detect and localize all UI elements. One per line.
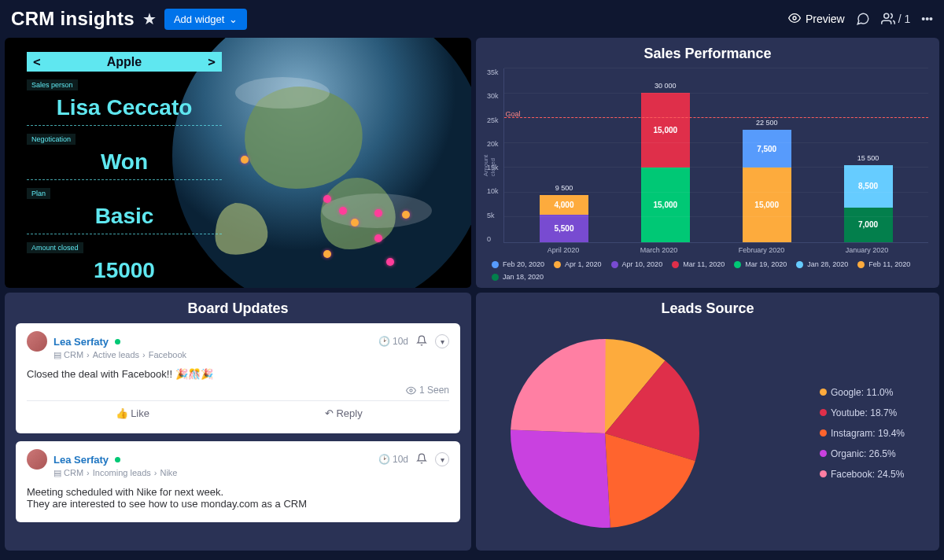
svg-point-3: [235, 77, 330, 109]
info-field-label: Plan: [27, 188, 50, 199]
bar-segment: 7,500: [743, 130, 791, 168]
update-author[interactable]: Lea Serfaty: [53, 454, 109, 466]
map-pin-icon: [402, 211, 410, 219]
map-pin-icon: [323, 195, 331, 203]
y-axis-label: Amount closed: [482, 149, 496, 177]
leads-source-widget: Leads Source Google: 11.0%Youtube: 18.7%…: [476, 293, 939, 551]
add-widget-label: Add widget: [174, 13, 224, 25]
sales-chart-title: Sales Performance: [487, 46, 928, 62]
update-card: Lea Serfaty🕑 10d▾▤ CRM›Active leads›Face…: [16, 323, 460, 433]
bar-column: 5,5004,0009 500: [540, 195, 588, 242]
chevron-down-icon: ⌄: [229, 13, 238, 25]
legend-item: Jan 28, 2020: [796, 260, 848, 268]
goal-label: Goal: [506, 110, 521, 118]
seen-count: 1 Seen: [27, 385, 449, 396]
legend-item: Mar 11, 2020: [672, 260, 725, 268]
svg-point-1: [883, 13, 888, 18]
map-pin-icon: [339, 207, 347, 215]
info-field-value: 15000: [27, 253, 222, 288]
legend-item: Mar 19, 2020: [734, 260, 787, 268]
x-tick: February 2020: [739, 246, 785, 254]
bar-total-label: 30 000: [655, 82, 677, 90]
info-field-label: Amount closed: [27, 242, 83, 253]
bar-segment: 7,000: [844, 208, 893, 242]
people-count[interactable]: / 1: [881, 12, 911, 26]
pie-slice: [511, 339, 606, 433]
reply-button[interactable]: ↶ Reply: [238, 401, 450, 426]
leads-pie-chart: [503, 331, 707, 536]
online-status-icon: [115, 457, 120, 462]
y-tick: 20k: [487, 140, 499, 148]
bar-segment: 4,000: [540, 195, 588, 215]
update-age: 🕑 10d: [378, 454, 408, 465]
globe-widget: < Apple > Sales personLisa CeccatoNegoti…: [5, 38, 471, 288]
record-name: Apple: [107, 55, 142, 69]
legend-item: Feb 20, 2020: [492, 260, 544, 268]
bell-icon[interactable]: [416, 453, 427, 466]
info-field-label: Negotication: [27, 134, 76, 145]
legend-item: Organic: 26.5%: [820, 448, 905, 459]
legend-item: Youtube: 18.7%: [820, 407, 905, 418]
legend-item: Apr 10, 2020: [611, 260, 663, 268]
more-menu-icon[interactable]: •••: [921, 13, 933, 25]
chat-icon[interactable]: [856, 12, 870, 26]
pie-slice: [511, 429, 610, 528]
x-tick: January 2020: [846, 246, 889, 254]
update-menu-button[interactable]: ▾: [435, 452, 449, 466]
avatar[interactable]: [27, 331, 47, 352]
bar-total-label: 15 500: [857, 154, 879, 162]
preview-label: Preview: [806, 13, 845, 25]
bar-segment: 5,500: [540, 215, 588, 242]
bell-icon[interactable]: [416, 335, 427, 348]
update-breadcrumb[interactable]: ▤ CRM›Incoming leads›Nike: [53, 468, 449, 478]
avatar[interactable]: [27, 449, 47, 470]
y-tick: 30k: [487, 92, 499, 100]
y-tick: 10k: [487, 187, 499, 195]
update-body: Meeting scheduled with Nike for next wee…: [27, 486, 449, 510]
update-body: Closed the deal with Facebook!! 🎉🎊🎉: [27, 368, 449, 380]
x-tick: April 2020: [548, 246, 580, 254]
bar-segment: 8,500: [844, 165, 893, 208]
page-title: CRM insights: [11, 8, 135, 30]
eye-icon: [788, 12, 801, 27]
board-updates-widget: Board Updates Lea Serfaty🕑 10d▾▤ CRM›Act…: [5, 293, 471, 551]
y-tick: 0: [487, 235, 499, 243]
svg-point-0: [793, 17, 796, 20]
info-field-value: Basic: [27, 199, 222, 234]
bar-column: 7,0008,50015 500: [844, 165, 893, 242]
record-info-panel: < Apple > Sales personLisa CeccatoNegoti…: [27, 52, 222, 288]
map-pin-icon: [351, 219, 359, 227]
people-count-label: / 1: [898, 13, 911, 25]
y-tick: 5k: [487, 212, 499, 219]
add-widget-button[interactable]: Add widget ⌄: [164, 9, 247, 30]
map-pin-icon: [374, 234, 382, 242]
bar-total-label: 9 500: [555, 184, 573, 192]
x-tick: March 2020: [640, 246, 678, 254]
sales-performance-widget: Sales Performance Amount closed 35k30k25…: [476, 38, 939, 288]
prev-record-button[interactable]: <: [33, 54, 41, 69]
y-tick: 25k: [487, 116, 499, 124]
update-menu-button[interactable]: ▾: [435, 334, 449, 348]
legend-item: Google: 11.0%: [820, 387, 905, 398]
update-author[interactable]: Lea Serfaty: [53, 336, 109, 348]
update-card: Lea Serfaty🕑 10d▾▤ CRM›Incoming leads›Ni…: [16, 441, 460, 522]
legend-item: Instagram: 19.4%: [820, 428, 905, 439]
preview-button[interactable]: Preview: [788, 12, 845, 27]
legend-item: Apr 1, 2020: [554, 260, 602, 268]
like-button[interactable]: 👍 Like: [27, 401, 238, 426]
updates-title: Board Updates: [16, 300, 460, 317]
favorite-star-icon[interactable]: ★: [142, 9, 157, 28]
map-pin-icon: [374, 209, 382, 217]
map-pin-icon: [241, 156, 249, 164]
bar-total-label: 22 500: [756, 119, 778, 127]
legend-item: Jan 18, 2020: [492, 273, 544, 281]
y-tick: 35k: [487, 68, 499, 76]
update-breadcrumb[interactable]: ▤ CRM›Active leads›Facebook: [53, 350, 449, 360]
svg-point-5: [410, 389, 412, 391]
map-pin-icon: [323, 250, 331, 258]
next-record-button[interactable]: >: [208, 54, 216, 69]
update-age: 🕑 10d: [378, 336, 408, 347]
bar-segment: 15,000: [641, 168, 690, 242]
bar-segment: 15,000: [641, 93, 690, 168]
bar-column: 15,0007,50022 500: [743, 130, 791, 242]
